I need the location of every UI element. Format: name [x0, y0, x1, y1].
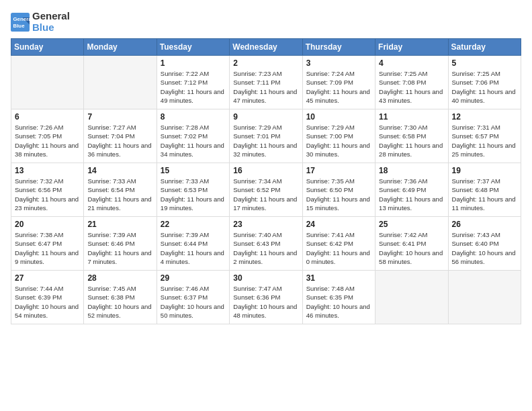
day-detail: Sunrise: 7:39 AM Sunset: 6:46 PM Dayligh…: [87, 230, 152, 266]
svg-text:General: General: [13, 16, 30, 22]
day-detail: Sunrise: 7:36 AM Sunset: 6:49 PM Dayligh…: [379, 177, 444, 212]
day-detail: Sunrise: 7:33 AM Sunset: 6:54 PM Dayligh…: [87, 177, 152, 212]
day-detail: Sunrise: 7:40 AM Sunset: 6:43 PM Dayligh…: [233, 230, 298, 266]
day-detail: Sunrise: 7:41 AM Sunset: 6:42 PM Dayligh…: [306, 230, 371, 266]
calendar-day-cell: 31Sunrise: 7:48 AM Sunset: 6:35 PM Dayli…: [302, 271, 375, 324]
calendar-day-cell: 13Sunrise: 7:32 AM Sunset: 6:56 PM Dayli…: [11, 163, 84, 217]
day-number: 22: [161, 220, 226, 229]
calendar-day-cell: [11, 56, 84, 109]
day-number: 2: [233, 58, 298, 68]
day-number: 31: [306, 273, 371, 283]
logo-blue: Blue: [32, 22, 70, 34]
calendar-day-cell: 28Sunrise: 7:45 AM Sunset: 6:38 PM Dayli…: [84, 271, 157, 324]
day-number: 8: [161, 112, 226, 122]
calendar-day-cell: 3Sunrise: 7:24 AM Sunset: 7:09 PM Daylig…: [302, 56, 375, 109]
day-detail: Sunrise: 7:32 AM Sunset: 6:56 PM Dayligh…: [15, 177, 80, 212]
day-number: 4: [379, 58, 444, 68]
day-detail: Sunrise: 7:46 AM Sunset: 6:37 PM Dayligh…: [161, 284, 226, 320]
day-number: 5: [452, 58, 517, 68]
calendar-day-cell: [84, 56, 157, 109]
day-number: 30: [233, 273, 298, 283]
day-detail: Sunrise: 7:39 AM Sunset: 6:44 PM Dayligh…: [161, 230, 226, 266]
calendar-day-cell: 8Sunrise: 7:28 AM Sunset: 7:02 PM Daylig…: [157, 109, 229, 163]
day-number: 27: [15, 273, 80, 283]
calendar-day-cell: 1Sunrise: 7:22 AM Sunset: 7:12 PM Daylig…: [157, 56, 229, 109]
calendar-week-row: 6Sunrise: 7:26 AM Sunset: 7:05 PM Daylig…: [11, 109, 521, 163]
day-number: 25: [379, 220, 444, 229]
calendar-day-cell: 6Sunrise: 7:26 AM Sunset: 7:05 PM Daylig…: [11, 109, 84, 163]
day-detail: Sunrise: 7:26 AM Sunset: 7:05 PM Dayligh…: [15, 123, 80, 158]
calendar-day-cell: 5Sunrise: 7:25 AM Sunset: 7:06 PM Daylig…: [448, 56, 521, 109]
day-number: 19: [452, 166, 517, 175]
calendar-day-cell: 19Sunrise: 7:37 AM Sunset: 6:48 PM Dayli…: [448, 163, 521, 217]
day-detail: Sunrise: 7:31 AM Sunset: 6:57 PM Dayligh…: [452, 123, 517, 158]
calendar-day-cell: 10Sunrise: 7:29 AM Sunset: 7:00 PM Dayli…: [302, 109, 375, 163]
calendar-day-cell: 17Sunrise: 7:35 AM Sunset: 6:50 PM Dayli…: [302, 163, 375, 217]
day-detail: Sunrise: 7:42 AM Sunset: 6:41 PM Dayligh…: [379, 230, 444, 266]
day-number: 21: [87, 220, 152, 229]
day-detail: Sunrise: 7:47 AM Sunset: 6:36 PM Dayligh…: [233, 284, 298, 320]
day-detail: Sunrise: 7:38 AM Sunset: 6:47 PM Dayligh…: [15, 230, 80, 266]
day-number: 11: [379, 112, 444, 122]
day-detail: Sunrise: 7:43 AM Sunset: 6:40 PM Dayligh…: [452, 230, 517, 266]
svg-text:Blue: Blue: [13, 22, 26, 28]
calendar-day-cell: 7Sunrise: 7:27 AM Sunset: 7:04 PM Daylig…: [84, 109, 157, 163]
day-number: 24: [306, 220, 371, 229]
day-detail: Sunrise: 7:25 AM Sunset: 7:08 PM Dayligh…: [379, 69, 444, 105]
day-number: 9: [233, 112, 298, 122]
calendar-day-cell: 9Sunrise: 7:29 AM Sunset: 7:01 PM Daylig…: [230, 109, 302, 163]
calendar-day-cell: 27Sunrise: 7:44 AM Sunset: 6:39 PM Dayli…: [11, 271, 84, 324]
day-detail: Sunrise: 7:22 AM Sunset: 7:12 PM Dayligh…: [161, 69, 226, 105]
logo-icon: General Blue: [11, 13, 30, 32]
weekday-header: Saturday: [448, 39, 521, 56]
calendar-day-cell: 18Sunrise: 7:36 AM Sunset: 6:49 PM Dayli…: [375, 163, 448, 217]
calendar-day-cell: 11Sunrise: 7:30 AM Sunset: 6:58 PM Dayli…: [375, 109, 448, 163]
calendar-day-cell: 25Sunrise: 7:42 AM Sunset: 6:41 PM Dayli…: [375, 217, 448, 271]
day-detail: Sunrise: 7:45 AM Sunset: 6:38 PM Dayligh…: [87, 284, 152, 320]
day-number: 12: [452, 112, 517, 122]
day-detail: Sunrise: 7:24 AM Sunset: 7:09 PM Dayligh…: [306, 69, 371, 105]
weekday-header: Tuesday: [157, 39, 229, 56]
day-number: 18: [379, 166, 444, 175]
day-number: 23: [233, 220, 298, 229]
day-number: 7: [87, 112, 152, 122]
day-number: 26: [452, 220, 517, 229]
day-number: 16: [233, 166, 298, 175]
calendar-day-cell: 22Sunrise: 7:39 AM Sunset: 6:44 PM Dayli…: [157, 217, 229, 271]
day-number: 15: [161, 166, 226, 175]
day-number: 1: [161, 58, 226, 68]
day-detail: Sunrise: 7:29 AM Sunset: 7:00 PM Dayligh…: [306, 123, 371, 158]
day-detail: Sunrise: 7:25 AM Sunset: 7:06 PM Dayligh…: [452, 69, 517, 105]
day-number: 17: [306, 166, 371, 175]
page-header: General Blue General Blue: [11, 11, 521, 33]
weekday-header: Thursday: [302, 39, 375, 56]
weekday-header: Monday: [84, 39, 157, 56]
weekday-header: Friday: [375, 39, 448, 56]
day-number: 13: [15, 166, 80, 175]
calendar-day-cell: 2Sunrise: 7:23 AM Sunset: 7:11 PM Daylig…: [230, 56, 302, 109]
calendar-week-row: 1Sunrise: 7:22 AM Sunset: 7:12 PM Daylig…: [11, 56, 521, 109]
day-number: 14: [87, 166, 152, 175]
calendar-day-cell: [375, 271, 448, 324]
calendar-day-cell: 15Sunrise: 7:33 AM Sunset: 6:53 PM Dayli…: [157, 163, 229, 217]
calendar-week-row: 13Sunrise: 7:32 AM Sunset: 6:56 PM Dayli…: [11, 163, 521, 217]
day-detail: Sunrise: 7:34 AM Sunset: 6:52 PM Dayligh…: [233, 177, 298, 212]
day-number: 20: [15, 220, 80, 229]
day-detail: Sunrise: 7:30 AM Sunset: 6:58 PM Dayligh…: [379, 123, 444, 158]
calendar-day-cell: 21Sunrise: 7:39 AM Sunset: 6:46 PM Dayli…: [84, 217, 157, 271]
calendar-day-cell: 29Sunrise: 7:46 AM Sunset: 6:37 PM Dayli…: [157, 271, 229, 324]
calendar-day-cell: 26Sunrise: 7:43 AM Sunset: 6:40 PM Dayli…: [448, 217, 521, 271]
day-number: 29: [161, 273, 226, 283]
calendar-week-row: 20Sunrise: 7:38 AM Sunset: 6:47 PM Dayli…: [11, 217, 521, 271]
calendar-day-cell: 14Sunrise: 7:33 AM Sunset: 6:54 PM Dayli…: [84, 163, 157, 217]
weekday-header: Wednesday: [230, 39, 302, 56]
day-detail: Sunrise: 7:48 AM Sunset: 6:35 PM Dayligh…: [306, 284, 371, 320]
logo-text: General: [32, 11, 70, 22]
calendar-table: SundayMondayTuesdayWednesdayThursdayFrid…: [11, 38, 521, 324]
day-number: 28: [87, 273, 152, 283]
day-detail: Sunrise: 7:33 AM Sunset: 6:53 PM Dayligh…: [161, 177, 226, 212]
day-detail: Sunrise: 7:28 AM Sunset: 7:02 PM Dayligh…: [161, 123, 226, 158]
calendar-day-cell: [448, 271, 521, 324]
day-detail: Sunrise: 7:35 AM Sunset: 6:50 PM Dayligh…: [306, 177, 371, 212]
calendar-day-cell: 30Sunrise: 7:47 AM Sunset: 6:36 PM Dayli…: [230, 271, 302, 324]
